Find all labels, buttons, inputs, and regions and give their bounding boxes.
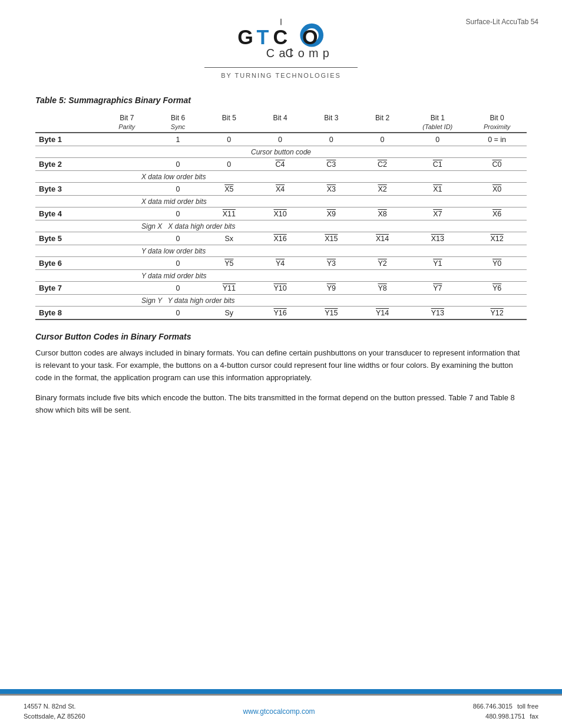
byte7-bit5: Y11 xyxy=(203,282,254,295)
byte5-label: Byte 5 xyxy=(35,232,101,245)
svg-text:T: T xyxy=(257,26,269,48)
col-bit4-header: Bit 4 xyxy=(254,112,306,123)
byte3-bit5: X5 xyxy=(203,183,254,196)
footer-content: 14557 N. 82nd St. Scottsdale, AZ 85260 w… xyxy=(0,696,562,728)
table-row-byte1: Byte 1 1 0 0 0 0 0 0 = in xyxy=(35,133,527,146)
byte8-bit1: Y13 xyxy=(408,307,467,319)
footer-phone2: 480.998.1751 xyxy=(485,711,525,722)
byte7-bit0: Y6 xyxy=(467,282,527,295)
svg-text:C: C xyxy=(273,26,288,48)
col-bit3-header: Bit 3 xyxy=(306,112,357,123)
signx-span-row: Sign X X data high order bits xyxy=(35,221,527,232)
byte5-bit2: X14 xyxy=(357,232,408,245)
byte7-bit7 xyxy=(101,282,153,295)
logo-svg: G T C O C a l C o m p xyxy=(228,18,334,65)
byte1-bit0: 0 = in xyxy=(467,133,527,146)
signy-span: Sign Y Y data high order bits xyxy=(35,295,527,307)
footer-phone-tollfree: 866.746.3015 toll free xyxy=(473,701,538,712)
byte6-bit5: Y5 xyxy=(203,257,254,270)
footer-address-line2: Scottsdale, AZ 85260 xyxy=(24,711,85,722)
cursor-button-span-row: Cursor button code xyxy=(35,147,527,158)
ydata-low-span: Y data low order bits xyxy=(35,246,527,257)
byte3-label: Byte 3 xyxy=(35,183,101,196)
table-title: Table 5: Summagraphics Binary Format xyxy=(35,95,527,105)
byte8-bit0: Y12 xyxy=(467,307,527,319)
byte6-bit1: Y1 xyxy=(408,257,467,270)
table-row-byte5: Byte 5 0 Sx X16 X15 X14 X13 X12 xyxy=(35,232,527,245)
ydata-mid-span: Y data mid order bits xyxy=(35,271,527,282)
col-bit1-header: Bit 1 xyxy=(408,112,467,123)
footer-address: 14557 N. 82nd St. Scottsdale, AZ 85260 xyxy=(24,701,85,722)
sub-bit4 xyxy=(254,123,306,133)
byte1-bit3: 0 xyxy=(306,133,357,146)
cursor-section-title: Cursor Button Codes in Binary Formats xyxy=(35,332,527,341)
byte6-bit6: 0 xyxy=(153,257,204,270)
footer-phone2-label: fax xyxy=(530,711,538,722)
page: Surface-Lit AccuTab 54 G T C O xyxy=(0,0,562,728)
sub-tabletid: (Tablet ID) xyxy=(408,123,467,133)
byte2-bit6: 0 xyxy=(153,158,204,171)
by-turning-text: by TURNING technologies xyxy=(221,72,341,79)
byte4-bit3: X9 xyxy=(306,207,357,220)
byte4-bit2: X8 xyxy=(357,207,408,220)
table-header-sub-row: Parity Sync (Tablet ID) Proximity xyxy=(35,123,527,133)
format-table: Bit 7 Bit 6 Bit 5 Bit 4 Bit 3 Bit 2 Bit … xyxy=(35,112,527,320)
byte5-bit5: Sx xyxy=(203,232,254,245)
xdata-low-span: X data low order bits xyxy=(35,172,527,183)
sub-sync: Sync xyxy=(153,123,204,133)
byte6-bit2: Y2 xyxy=(357,257,408,270)
sub-byte xyxy=(35,123,101,133)
byte8-bit4: Y16 xyxy=(254,307,306,319)
byte6-bit3: Y3 xyxy=(306,257,357,270)
byte6-bit7 xyxy=(101,257,153,270)
byte8-bit2: Y14 xyxy=(357,307,408,319)
byte5-bit4: X16 xyxy=(254,232,306,245)
byte3-bit7 xyxy=(101,183,153,196)
byte2-bit3: C3 xyxy=(306,158,357,171)
cursor-paragraph-2: Binary formats include five bits which e… xyxy=(35,392,527,417)
header: Surface-Lit AccuTab 54 G T C O xyxy=(0,0,562,90)
byte2-bit5: 0 xyxy=(203,158,254,171)
byte1-bit2: 0 xyxy=(357,133,408,146)
footer-website: www.gtcocalcomp.com xyxy=(243,707,315,716)
table-row-byte2: Byte 2 0 0 C4 C3 C2 C1 C0 xyxy=(35,158,527,171)
footer-phone1: 866.746.3015 xyxy=(473,701,513,712)
table-row-byte8: Byte 8 0 Sy Y16 Y15 Y14 Y13 Y12 xyxy=(35,307,527,319)
byte4-bit1: X7 xyxy=(408,207,467,220)
byte8-bit3: Y15 xyxy=(306,307,357,319)
byte4-label: Byte 4 xyxy=(35,207,101,220)
byte3-bit2: X2 xyxy=(357,183,408,196)
main-content: Table 5: Summagraphics Binary Format Bit… xyxy=(0,90,562,689)
byte2-bit2: C2 xyxy=(357,158,408,171)
byte1-bit1: 0 xyxy=(408,133,467,146)
byte7-bit6: 0 xyxy=(153,282,204,295)
footer-address-line1: 14557 N. 82nd St. xyxy=(24,701,85,712)
byte4-bit4: X10 xyxy=(254,207,306,220)
byte2-bit7 xyxy=(101,158,153,171)
sub-bit5 xyxy=(203,123,254,133)
byte5-bit7 xyxy=(101,232,153,245)
cursor-paragraph-1: Cursor button codes are always included … xyxy=(35,347,527,384)
byte2-bit4: C4 xyxy=(254,158,306,171)
byte8-bit7 xyxy=(101,307,153,319)
col-bit7-header: Bit 7 xyxy=(101,112,153,123)
col-bit5-header: Bit 5 xyxy=(203,112,254,123)
col-bit2-header: Bit 2 xyxy=(357,112,408,123)
byte5-bit6: 0 xyxy=(153,232,204,245)
byte1-bit6: 1 xyxy=(153,133,204,146)
byte1-label: Byte 1 xyxy=(35,133,101,146)
byte6-label: Byte 6 xyxy=(35,257,101,270)
ydata-low-span-row: Y data low order bits xyxy=(35,246,527,257)
col-bit0-header: Bit 0 xyxy=(467,112,527,123)
table-header-row: Bit 7 Bit 6 Bit 5 Bit 4 Bit 3 Bit 2 Bit … xyxy=(35,112,527,123)
byte5-bit0: X12 xyxy=(467,232,527,245)
byte2-bit0: C0 xyxy=(467,158,527,171)
table-row-byte6: Byte 6 0 Y5 Y4 Y3 Y2 Y1 Y0 xyxy=(35,257,527,270)
byte7-label: Byte 7 xyxy=(35,282,101,295)
ydata-mid-span-row: Y data mid order bits xyxy=(35,271,527,282)
logo-divider xyxy=(204,67,358,68)
svg-text:C o m p: C o m p xyxy=(285,47,330,60)
byte7-bit1: Y7 xyxy=(408,282,467,295)
byte6-bit0: Y0 xyxy=(467,257,527,270)
sub-parity: Parity xyxy=(101,123,153,133)
